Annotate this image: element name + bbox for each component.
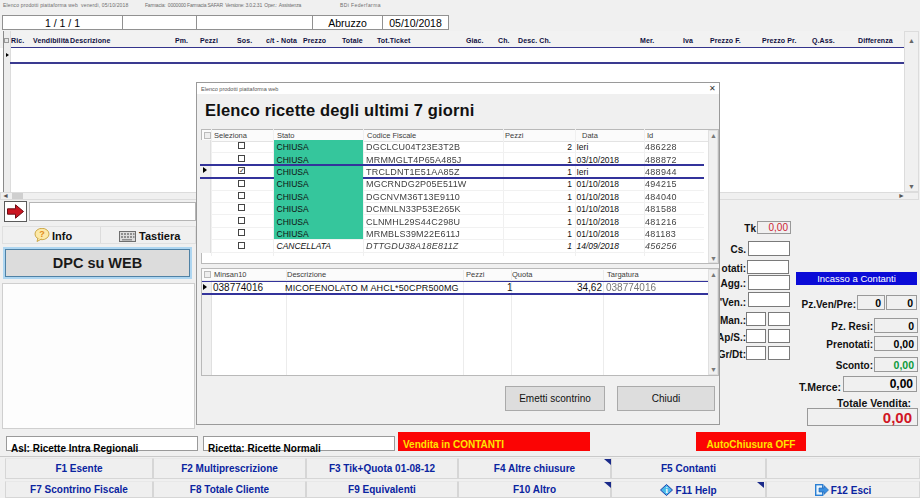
svg-text:?: ? — [39, 229, 45, 239]
